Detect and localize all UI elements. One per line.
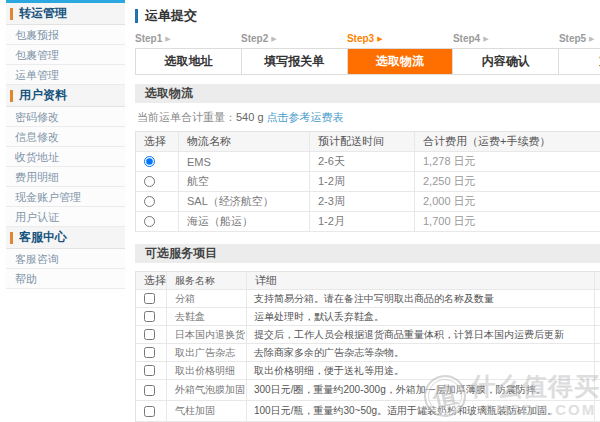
tab[interactable]: 支付 bbox=[559, 49, 600, 74]
step-arrow-icon: ▶ bbox=[589, 35, 594, 42]
service-detail: 取出价格明细，便于送礼等用途。 bbox=[246, 362, 594, 379]
logistics-radio[interactable] bbox=[144, 156, 155, 167]
service-checkbox[interactable] bbox=[144, 311, 155, 322]
service-detail: 支持简易分箱。请在备注中写明取出商品的名称及数量 bbox=[246, 290, 594, 307]
logistics-radio[interactable] bbox=[144, 176, 155, 187]
logistics-column-header: 合计费用（运费+手续费） bbox=[414, 132, 600, 151]
logistics-column-header: 预计配送时间 bbox=[309, 132, 414, 151]
sidebar-group-items: 密码修改 信息修改 收货地址 费用明细 现金账户管理 用户认证 bbox=[6, 107, 125, 227]
tab[interactable]: 内容确认 bbox=[453, 49, 559, 74]
sidebar-item[interactable]: 包裹管理 bbox=[6, 45, 125, 65]
logistics-section-header: 选取物流 bbox=[135, 84, 600, 103]
sidebar-item[interactable]: 客服咨询 bbox=[6, 249, 125, 269]
page: 转运管理 包裹预报 包裹管理 运单管理 用户资料 密码修改 信息修改 收货地址 … bbox=[0, 0, 600, 422]
sidebar-item[interactable]: 用户认证 bbox=[6, 207, 125, 227]
sidebar-group: 转运管理 包裹预报 包裹管理 运单管理 bbox=[6, 3, 125, 85]
sidebar: 转运管理 包裹预报 包裹管理 运单管理 用户资料 密码修改 信息修改 收货地址 … bbox=[6, 0, 125, 422]
step-arrow-icon: ▶ bbox=[377, 35, 382, 42]
service-name: 取出广告杂志 bbox=[166, 344, 246, 361]
weight-row: 当前运单合计重量：540 g 点击参考运费表 bbox=[137, 110, 600, 125]
services-table-body: 分箱 支持简易分箱。请在备注中写明取出商品的名称及数量 0 1 去鞋盒 运单处理… bbox=[136, 290, 600, 422]
service-checkbox[interactable] bbox=[144, 347, 155, 358]
service-name: 去鞋盒 bbox=[166, 308, 246, 325]
sidebar-item[interactable]: 收货地址 bbox=[6, 147, 125, 167]
service-price: 0 bbox=[594, 362, 600, 379]
sidebar-item[interactable]: 信息修改 bbox=[6, 127, 125, 147]
logistics-column-header: 物流名称 bbox=[178, 132, 309, 151]
logistics-name: 航空 bbox=[178, 172, 309, 191]
weight-value: 540 g bbox=[236, 111, 264, 123]
sidebar-group-items: 包裹预报 包裹管理 运单管理 bbox=[6, 25, 125, 85]
sidebar-header-accent-bar bbox=[10, 232, 13, 244]
service-row: 去鞋盒 运单处理时，默认丢弃鞋盒。 0 1 bbox=[136, 308, 600, 326]
logistics-fee: 1,700 日元 bbox=[414, 212, 600, 231]
logistics-row: SAL（经济航空） 2-3周 2,000 日元 bbox=[136, 192, 600, 212]
step-label: Step4▶ bbox=[453, 33, 559, 44]
services-column-header: 服务名称 bbox=[166, 272, 246, 289]
step-arrow-icon: ▶ bbox=[165, 35, 170, 42]
sidebar-group-header: 用户资料 bbox=[6, 85, 125, 107]
sidebar-item[interactable]: 运单管理 bbox=[6, 65, 125, 85]
step-label: Step3▶ bbox=[347, 33, 453, 44]
logistics-table-body: EMS 2-6天 1,278 日元 航空 1-2周 2,250 日元 SAL（经… bbox=[136, 152, 600, 232]
step-indicator: Step1▶ Step2▶ Step3▶ Step4▶ Step5▶ bbox=[135, 33, 600, 44]
service-checkbox[interactable] bbox=[144, 293, 155, 304]
service-price: 300 bbox=[594, 326, 600, 343]
tab-bar: 选取地址 填写报关单 选取物流 内容确认 支付 bbox=[135, 48, 600, 75]
tab[interactable]: 选取地址 bbox=[136, 49, 242, 74]
service-price: 300 bbox=[594, 380, 600, 400]
step-text: Step2 bbox=[241, 33, 268, 44]
sidebar-item[interactable]: 包裹预报 bbox=[6, 25, 125, 45]
logistics-delivery-time: 2-6天 bbox=[309, 152, 414, 171]
fee-table-link[interactable]: 点击参考运费表 bbox=[267, 111, 344, 123]
sidebar-item[interactable]: 费用明细 bbox=[6, 167, 125, 187]
service-checkbox[interactable] bbox=[144, 385, 155, 396]
step-label: Step5▶ bbox=[559, 33, 600, 44]
tab[interactable]: 选取物流 bbox=[348, 49, 454, 74]
service-name: 日本国内退换货 bbox=[166, 326, 246, 343]
main-content: 运单提交 Step1▶ Step2▶ Step3▶ Step4▶ Step5▶ … bbox=[135, 0, 600, 422]
service-checkbox[interactable] bbox=[144, 365, 155, 376]
logistics-delivery-time: 1-2月 bbox=[309, 212, 414, 231]
tab[interactable]: 填写报关单 bbox=[242, 49, 348, 74]
service-name: 分箱 bbox=[166, 290, 246, 307]
sidebar-header-accent-bar bbox=[10, 90, 13, 102]
sidebar-item[interactable]: 现金账户管理 bbox=[6, 187, 125, 207]
title-accent-bar bbox=[135, 9, 138, 23]
logistics-table: 选择物流名称预计配送时间合计费用（运费+手续费） EMS 2-6天 1,278 … bbox=[135, 131, 600, 232]
service-price: 100 bbox=[594, 401, 600, 421]
logistics-fee: 2,000 日元 bbox=[414, 192, 600, 211]
service-price: 0 bbox=[594, 290, 600, 307]
service-name: 气柱加固 bbox=[166, 401, 246, 421]
step-text: Step5 bbox=[559, 33, 586, 44]
logistics-row: 航空 1-2周 2,250 日元 bbox=[136, 172, 600, 192]
service-detail: 300日元/圈，重量约200-300g，外箱加一层加厚薄膜，防震防摔。 bbox=[246, 380, 594, 400]
service-detail: 运单处理时，默认丢弃鞋盒。 bbox=[246, 308, 594, 325]
sidebar-group-title: 客服中心 bbox=[19, 229, 67, 246]
sidebar-item[interactable]: 帮助 bbox=[6, 269, 125, 289]
services-table-header: 选择服务名称详细单价数量 bbox=[136, 272, 600, 290]
services-column-header: 单价 bbox=[594, 272, 600, 289]
logistics-delivery-time: 2-3周 bbox=[309, 192, 414, 211]
service-name: 取出价格明细 bbox=[166, 362, 246, 379]
logistics-name: SAL（经济航空） bbox=[178, 192, 309, 211]
logistics-row: 海运（船运） 1-2月 1,700 日元 bbox=[136, 212, 600, 232]
step-arrow-icon: ▶ bbox=[271, 35, 276, 42]
service-price: 0 bbox=[594, 344, 600, 361]
service-detail: 去除商家多余的广告杂志等杂物。 bbox=[246, 344, 594, 361]
service-checkbox[interactable] bbox=[144, 406, 155, 417]
step-label: Step2▶ bbox=[241, 33, 347, 44]
sidebar-group-title: 转运管理 bbox=[19, 5, 67, 22]
sidebar-header-accent-bar bbox=[10, 8, 13, 20]
sidebar-group: 用户资料 密码修改 信息修改 收货地址 费用明细 现金账户管理 用户认证 bbox=[6, 85, 125, 227]
service-checkbox[interactable] bbox=[144, 329, 155, 340]
step-text: Step4 bbox=[453, 33, 480, 44]
logistics-radio[interactable] bbox=[144, 216, 155, 227]
service-price: 0 bbox=[594, 308, 600, 325]
logistics-column-header: 选择 bbox=[136, 132, 178, 151]
logistics-table-header: 选择物流名称预计配送时间合计费用（运费+手续费） bbox=[136, 132, 600, 152]
logistics-delivery-time: 1-2周 bbox=[309, 172, 414, 191]
logistics-name: 海运（船运） bbox=[178, 212, 309, 231]
logistics-radio[interactable] bbox=[144, 196, 155, 207]
sidebar-item[interactable]: 密码修改 bbox=[6, 107, 125, 127]
